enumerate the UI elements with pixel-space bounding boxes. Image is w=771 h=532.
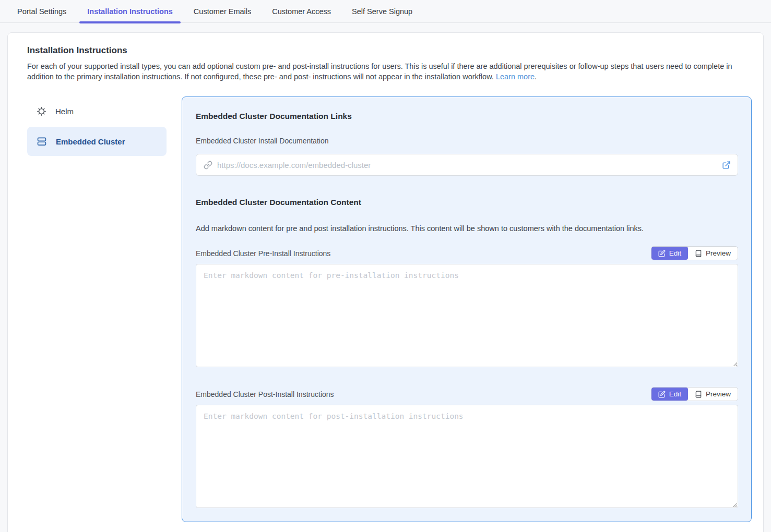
page-description-period: .	[535, 72, 537, 81]
post-install-label: Embedded Cluster Post-Install Instructio…	[196, 390, 334, 398]
tab-portal-settings[interactable]: Portal Settings	[9, 0, 74, 22]
external-link-icon[interactable]	[722, 161, 731, 170]
pre-install-preview-button[interactable]: Preview	[688, 247, 738, 260]
edit-button-label: Edit	[669, 249, 681, 257]
docs-content-description: Add markdown content for pre and post in…	[196, 224, 738, 233]
pre-install-label: Embedded Cluster Pre-Install Instruction…	[196, 249, 330, 258]
sidebar-item-label: Embedded Cluster	[56, 137, 125, 146]
install-docs-field-label: Embedded Cluster Install Documentation	[196, 137, 738, 145]
post-install-edit-button[interactable]: Edit	[651, 388, 688, 401]
page-description-text: For each of your supported install types…	[27, 62, 732, 81]
docs-content-section-title: Embedded Cluster Documentation Content	[196, 198, 738, 207]
sidebar-item-embedded-cluster[interactable]: Embedded Cluster	[27, 127, 167, 156]
pre-install-mode-toggle: Edit Preview	[651, 246, 738, 260]
install-type-sidebar: Helm Embedded Cluster	[27, 96, 167, 522]
embedded-cluster-panel: Embedded Cluster Documentation Links Emb…	[182, 96, 752, 522]
edit-pencil-icon	[658, 250, 666, 257]
sidebar-item-label: Helm	[55, 107, 74, 116]
tab-self-serve-signup[interactable]: Self Serve Signup	[344, 0, 420, 22]
tab-customer-emails[interactable]: Customer Emails	[186, 0, 259, 22]
book-icon	[695, 391, 702, 398]
tab-installation-instructions[interactable]: Installation Instructions	[79, 0, 181, 22]
learn-more-link[interactable]: Learn more	[496, 72, 535, 81]
tab-bar: Portal Settings Installation Instruction…	[0, 0, 771, 23]
tab-customer-access[interactable]: Customer Access	[264, 0, 339, 22]
preview-button-label: Preview	[706, 390, 731, 398]
helm-icon	[37, 106, 46, 116]
post-install-mode-toggle: Edit Preview	[651, 387, 738, 401]
post-install-preview-button[interactable]: Preview	[688, 388, 738, 401]
sidebar-item-helm[interactable]: Helm	[27, 96, 167, 126]
page-title: Installation Instructions	[27, 45, 752, 56]
post-install-markdown-textarea[interactable]	[196, 405, 738, 508]
edit-pencil-icon	[658, 391, 666, 398]
docs-links-section-title: Embedded Cluster Documentation Links	[196, 112, 738, 121]
link-icon	[204, 161, 212, 170]
preview-button-label: Preview	[706, 249, 731, 257]
pre-install-markdown-textarea[interactable]	[196, 264, 738, 367]
install-docs-url-input[interactable]	[217, 161, 717, 170]
main-card: Installation Instructions For each of yo…	[7, 32, 764, 532]
install-docs-url-field[interactable]	[196, 154, 738, 176]
pre-install-edit-button[interactable]: Edit	[651, 247, 688, 260]
server-stack-icon	[37, 136, 47, 147]
edit-button-label: Edit	[669, 390, 681, 398]
page-description: For each of your supported install types…	[27, 61, 752, 82]
book-icon	[695, 250, 702, 257]
